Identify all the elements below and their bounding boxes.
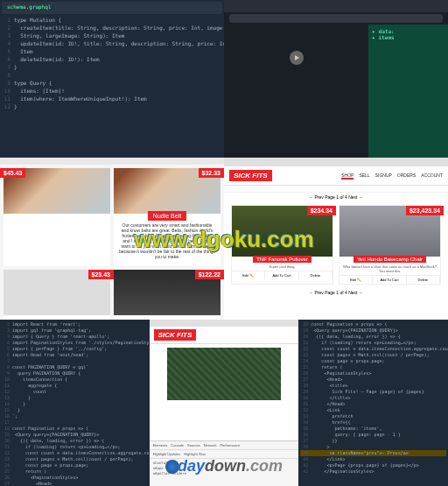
site-logo[interactable]: SICK FITS (229, 170, 272, 181)
search-bar[interactable] (224, 186, 448, 193)
watermark-bottom: daydown.com (165, 457, 283, 475)
devtools-tab[interactable]: Sources (187, 443, 200, 447)
browser-chrome (224, 158, 448, 166)
editor-tab-bar: schema.graphql (2, 2, 222, 14)
devtools-tab[interactable]: Elements (153, 443, 168, 447)
product-card[interactable]: $234.34 TNF Fanorak Pullover Super cool … (231, 205, 333, 285)
shop-page-products: $45.43 $32.33 Nudie Belt Our customers a… (0, 158, 224, 320)
devtools-panel[interactable]: ▸ data: ▸ items (368, 25, 448, 158)
product-image (167, 348, 282, 400)
add-to-cart-button[interactable]: Add To Cart (373, 276, 406, 284)
nav-account[interactable]: ACCOUNT (421, 173, 443, 180)
product-card[interactable]: $23.43 (4, 270, 110, 320)
nav-sell[interactable]: SELL (359, 173, 369, 180)
product-card[interactable]: $122.22 (114, 270, 220, 320)
edit-button[interactable]: Edit ✏️ (232, 271, 265, 279)
price-tag: $45.43 (0, 168, 25, 178)
price-tag: $23.43 (88, 270, 114, 279)
edit-button[interactable]: Edit ✏️ (340, 276, 373, 284)
browser-chrome (224, 0, 448, 12)
product-description: Our customers are very smart and fashion… (114, 221, 220, 261)
product-description: Super cool thing. (232, 263, 332, 271)
price-tag: $23,423.34 (406, 206, 444, 215)
code-body[interactable]: 1type Mutation {2 createItem(title: Stri… (2, 16, 222, 110)
play-icon[interactable] (290, 51, 304, 65)
price-tag: $122.22 (195, 270, 224, 279)
nav-orders[interactable]: ORDERS (397, 173, 416, 180)
nav-signup[interactable]: SIGNUP (375, 173, 392, 180)
nav-shop[interactable]: SHOP (341, 173, 354, 180)
product-title: TNF Fanorak Pullover (253, 256, 312, 263)
delete-button[interactable]: Delete (299, 271, 332, 279)
site-logo[interactable]: SICK FITS (154, 329, 197, 341)
product-title: Nudie Belt (148, 211, 186, 221)
product-card[interactable]: $45.43 (4, 168, 110, 266)
editor-tab[interactable]: schema.graphql (2, 2, 57, 11)
page-content (224, 25, 368, 158)
url-bar[interactable] (229, 14, 443, 23)
pagination[interactable]: ← Prev Page 1 of 4 Next → (224, 288, 448, 297)
devtools-tab[interactable]: Console (171, 443, 184, 447)
code-editor-pagination[interactable]: 1import React from 'react';2import gql f… (0, 320, 150, 486)
product-description: Who doesn't love a chair that costs as m… (340, 263, 440, 275)
delete-button[interactable]: Delete (407, 276, 440, 284)
pagination[interactable]: ← Prev Page 1 of 4 Next → (224, 193, 448, 201)
shop-page-main: SICK FITS SHOP SELL SIGNUP ORDERS ACCOUN… (224, 158, 448, 320)
devtools-tab[interactable]: Performance (220, 443, 240, 447)
devtools-tab[interactable]: Network (204, 443, 217, 447)
price-tag: $32.33 (199, 168, 224, 178)
browser-window: ▸ data: ▸ items (224, 0, 448, 158)
main-nav: SHOP SELL SIGNUP ORDERS ACCOUNT (341, 173, 443, 180)
product-card[interactable]: $23,423.34 Yeti Hondo Basecamp Chair Who… (339, 205, 441, 285)
price-tag: $234.34 (307, 206, 336, 215)
code-editor-schema: schema.graphql 1type Mutation {2 createI… (0, 0, 224, 158)
add-to-cart-button[interactable]: Add To Cart (265, 271, 298, 279)
product-title: Yeti Hondo Basecamp Chair (354, 256, 426, 263)
product-card[interactable]: $32.33 Nudie Belt Our customers are very… (114, 168, 220, 266)
code-editor-jsx[interactable]: 18const Pagination = props => (19 <Query… (298, 320, 448, 486)
